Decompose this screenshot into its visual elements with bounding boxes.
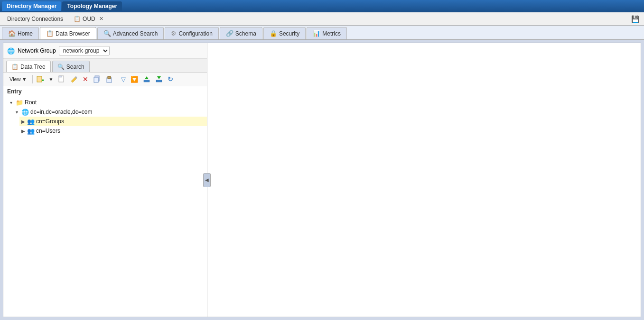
toolbar-separator-2	[117, 75, 117, 83]
filter-options-button[interactable]: 🔽	[129, 74, 140, 84]
title-bar: Directory Manager Topology Manager	[0, 0, 644, 12]
entry-header: Entry	[3, 86, 207, 97]
data-tree-icon: 📋	[11, 64, 19, 70]
network-group-icon: 🌐	[7, 47, 15, 55]
tree-area: ▾ 📁 Root ▾ 🌐 dc=in,dc=oracle,dc=com ▶ 👥	[3, 97, 207, 317]
oud-close-button[interactable]: ✕	[99, 16, 103, 22]
menu-bar: Directory Connections 📋 OUD ✕ 💾	[0, 12, 644, 26]
data-browser-icon: 📋	[46, 30, 54, 37]
toolbar-separator-1	[32, 75, 33, 83]
svg-rect-6	[94, 77, 98, 82]
svg-rect-4	[59, 76, 62, 77]
tree-toggle-root[interactable]: ▾	[10, 100, 16, 105]
tab-metrics[interactable]: 📊 Metrics	[307, 27, 347, 39]
tab-bar: 🏠 Home 📋 Data Browser 🔍 Advanced Search …	[0, 26, 644, 40]
network-group-dropdown[interactable]: network-group	[59, 46, 110, 55]
copy-button[interactable]	[91, 74, 103, 84]
search-tab-icon: 🔍	[57, 64, 65, 70]
export-button[interactable]	[141, 74, 152, 84]
server-icon-dc: 🌐	[21, 108, 29, 116]
svg-rect-11	[156, 80, 162, 82]
title-tab-topology-manager[interactable]: Topology Manager	[62, 1, 122, 11]
tree-toggle-cn-users[interactable]: ▶	[21, 128, 27, 134]
home-icon: 🏠	[8, 30, 16, 37]
folder-icon-root: 📁	[16, 99, 23, 106]
view-button[interactable]: View ▼	[6, 75, 30, 83]
new-entry-button[interactable]	[35, 74, 46, 84]
group-icon-users: 👥	[27, 127, 35, 135]
import-button[interactable]	[153, 74, 165, 84]
svg-marker-12	[157, 76, 161, 79]
configuration-icon: ⚙	[171, 30, 177, 37]
svg-marker-10	[145, 76, 149, 79]
right-panel	[207, 43, 641, 317]
group-icon-groups: 👥	[27, 118, 35, 125]
tree-toggle-cn-groups[interactable]: ▶	[21, 119, 27, 124]
tab-advanced-search[interactable]: 🔍 Advanced Search	[97, 27, 164, 39]
network-group-label: Network Group	[18, 47, 56, 54]
advanced-search-icon: 🔍	[103, 30, 111, 37]
left-panel: 🌐 Network Group network-group 📋 Data Tre…	[3, 43, 207, 317]
svg-rect-8	[108, 76, 111, 79]
oud-icon: 📋	[74, 16, 81, 22]
new-file-button[interactable]	[56, 74, 67, 84]
tab-home[interactable]: 🏠 Home	[2, 27, 39, 39]
metrics-icon: 📊	[313, 30, 320, 37]
menu-oud-tab[interactable]: 📋 OUD ✕	[68, 14, 109, 24]
tab-schema[interactable]: 🔗 Schema	[220, 27, 262, 39]
main-content: 🌐 Network Group network-group 📋 Data Tre…	[0, 40, 644, 320]
security-icon: 🔒	[270, 30, 277, 37]
sub-tab-search[interactable]: 🔍 Search	[52, 61, 90, 72]
refresh-button[interactable]: ↻	[166, 74, 175, 84]
sub-tab-bar: 📋 Data Tree 🔍 Search	[3, 59, 207, 73]
schema-icon: 🔗	[226, 30, 233, 37]
oud-label: OUD	[83, 16, 95, 22]
filter-button[interactable]: ▽	[119, 74, 128, 84]
collapse-panel-button[interactable]: ◀	[203, 173, 211, 187]
paste-button[interactable]	[103, 74, 115, 84]
tree-item-cn-users[interactable]: ▶ 👥 cn=Users	[19, 126, 207, 136]
svg-rect-9	[144, 80, 149, 82]
new-dropdown-button[interactable]: ▼	[47, 75, 56, 83]
menu-directory-connections[interactable]: Directory Connections	[2, 14, 68, 24]
tree-item-root[interactable]: ▾ 📁 Root	[8, 98, 207, 107]
tree-item-cn-groups[interactable]: ▶ 👥 cn=Groups	[19, 117, 207, 126]
content-panel: 🌐 Network Group network-group 📋 Data Tre…	[3, 43, 641, 317]
save-button[interactable]: 💾	[628, 14, 642, 24]
tree-toggle-dc-in[interactable]: ▾	[16, 110, 21, 115]
tree-item-dc-in[interactable]: ▾ 🌐 dc=in,dc=oracle,dc=com	[14, 107, 207, 117]
inner-panel: 🌐 Network Group network-group 📋 Data Tre…	[3, 43, 641, 317]
tab-configuration[interactable]: ⚙ Configuration	[165, 27, 218, 39]
svg-rect-0	[37, 76, 42, 82]
network-group-bar: 🌐 Network Group network-group	[3, 43, 207, 59]
sub-tab-data-tree[interactable]: 📋 Data Tree	[6, 61, 51, 72]
toolbar: View ▼ ▼ ✕	[3, 73, 207, 86]
tab-data-browser[interactable]: 📋 Data Browser	[40, 27, 96, 39]
delete-button[interactable]: ✕	[81, 74, 90, 84]
title-tab-directory-manager[interactable]: Directory Manager	[2, 1, 61, 11]
edit-button[interactable]	[68, 74, 80, 84]
tab-security[interactable]: 🔒 Security	[263, 27, 306, 39]
